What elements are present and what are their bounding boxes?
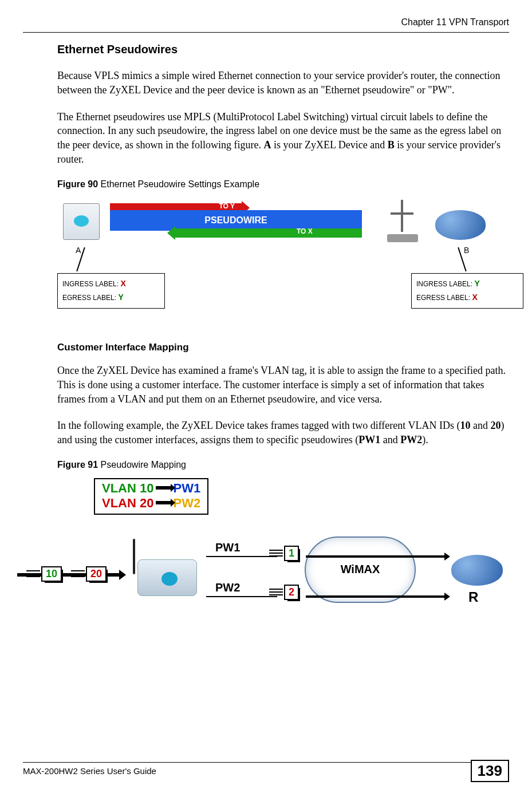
paragraph: In the following example, the ZyXEL Devi… [57,419,509,447]
bold-A: A [263,139,271,151]
page-header: Chapter 11 VPN Transport [0,0,532,32]
frame-tag-pw2: 2 [284,585,299,600]
arrow-icon [156,501,171,504]
frame-lines-icon [269,548,283,557]
fig-title: Ethernet Pseudowire Settings Example [98,179,259,189]
section-heading-ethernet-pseudowires: Ethernet Pseudowires [57,43,509,56]
subheading-customer-interface-mapping: Customer Interface Mapping [57,342,509,353]
paragraph: The Ethernet pseudowires use MPLS (Multi… [57,110,509,167]
tag-value: 2 [289,586,294,598]
tower-icon [379,195,425,247]
text: ). [422,434,428,445]
figure91-caption: Figure 91 Pseudowire Mapping [57,460,509,470]
router-r-icon [451,555,503,586]
page-number: 139 [471,760,509,782]
frame-tag-10: 10 [41,566,62,582]
pw2-label: PW2 [173,496,200,510]
bold-pw2: PW2 [400,434,422,445]
fig-num: Figure 90 [57,179,98,189]
pw2-line-label: PW2 [215,581,240,594]
bold-20: 20 [490,420,501,431]
pw1-line-label: PW1 [215,541,240,554]
ingress-label-text: INGRESS LABEL: [62,280,120,288]
router-r-label: R [468,589,478,605]
frame-lines-icon [26,569,40,578]
paragraph: Once the ZyXEL Device has examined a fra… [57,364,509,406]
egress-label-text: EGRESS LABEL: [62,294,118,302]
tag-value: 10 [46,568,57,579]
figure91-diagram: VLAN 10PW1 VLAN 20PW2 10 20 PW1 1 PW2 2 … [17,475,475,624]
egress-label-text: EGRESS LABEL: [416,294,472,302]
frame-lines-icon [71,569,85,578]
text: In the following example, the ZyXEL Devi… [57,420,460,431]
callout-a: INGRESS LABEL: X EGRESS LABEL: Y [57,273,165,309]
label-x: X [472,293,477,302]
tag-value: 1 [289,547,294,559]
text: and [380,434,400,445]
footer-guide: MAX-200HW2 Series User's Guide [23,766,156,776]
arrow-icon [156,486,171,490]
vlan10-label: VLAN 10 [102,481,153,495]
paragraph: Because VPLS mimics a simple wired Ether… [57,69,509,97]
bold-B: B [388,139,395,151]
pseudowire-bar: PSEUDOWIRE [110,210,362,231]
figure90-diagram: TO Y PSEUDOWIRE TO X A INGRESS LABEL: X … [57,194,515,326]
arrow-to-y-label: TO Y [219,202,235,210]
bold-pw1: PW1 [358,434,380,445]
arrow-to-x: TO X [175,228,362,238]
header-rule [23,32,509,33]
label-y: Y [474,279,479,288]
page-footer: MAX-200HW2 Series User's Guide 139 [23,760,509,782]
frame-tag-pw1: 1 [284,546,299,561]
frame-tag-20: 20 [86,566,107,582]
cloud-arrow [306,555,444,558]
label-y: Y [118,293,123,302]
wimax-cloud-icon: WiMAX [305,536,416,603]
arrow-to-x-label: TO X [297,227,313,235]
bold-10: 10 [460,420,470,431]
frame-lines-icon [269,587,283,596]
ingress-label-text: INGRESS LABEL: [416,280,474,288]
text: and [470,420,490,431]
label-x: X [120,279,125,288]
wimax-label: WiMAX [306,563,415,576]
fig-num: Figure 91 [57,460,98,469]
device-a-label: A [76,246,81,255]
router-b-icon [435,210,486,240]
callout-b: INGRESS LABEL: Y EGRESS LABEL: X [411,273,523,309]
tag-value: 20 [90,568,102,579]
cloud-arrow [306,595,444,598]
zyxel-device-icon [129,539,204,602]
text: is your ZyXEL Device and [271,139,387,151]
pw2-line [206,596,277,597]
vlan20-label: VLAN 20 [102,496,153,510]
device-a-icon [63,203,100,240]
pw1-label: PW1 [173,481,200,495]
mapping-box: VLAN 10PW1 VLAN 20PW2 [94,478,208,515]
device-b-label: B [464,246,469,255]
fig-title: Pseudowire Mapping [98,460,186,469]
figure90-caption: Figure 90 Ethernet Pseudowire Settings E… [57,179,509,190]
pw1-line [206,556,277,557]
